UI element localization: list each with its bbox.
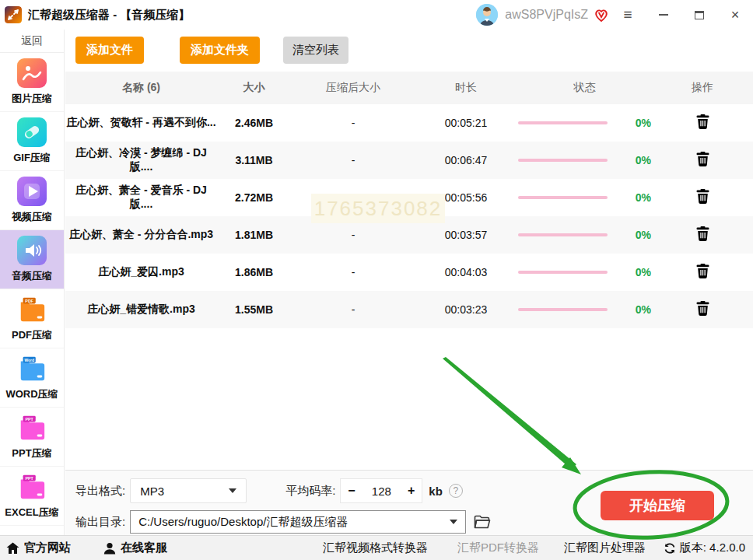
- output-dir-label: 输出目录:: [75, 515, 125, 530]
- menu-button[interactable]: ≡: [610, 0, 646, 30]
- image-processor-link[interactable]: 汇帮图片处理器: [564, 541, 646, 555]
- sidebar-item-pdf-compress[interactable]: PDF PDF压缩: [0, 289, 64, 348]
- pdf-converter-link[interactable]: 汇帮PDF转换器: [457, 541, 539, 555]
- settings-panel: 导出格式: MP3 平均码率: − 128 + kb ? 输出目录:: [65, 470, 753, 535]
- sidebar-item-label: 音频压缩: [12, 269, 52, 283]
- header-compressed-size: 压缩后大小: [291, 81, 415, 95]
- sidebar-item-excel-compress[interactable]: PPT EXCEL压缩: [0, 467, 64, 526]
- audio-compress-icon: [17, 236, 47, 265]
- status-cell: 0%: [517, 117, 653, 129]
- progress-percent: 0%: [636, 191, 651, 204]
- add-folder-button[interactable]: 添加文件夹: [180, 37, 260, 64]
- online-service-link[interactable]: 在线客服: [103, 541, 167, 555]
- file-duration: 00:06:47: [415, 154, 517, 166]
- sidebar-item-label: PPT压缩: [12, 446, 51, 460]
- status-cell: 0%: [517, 191, 653, 204]
- home-icon: [6, 542, 19, 555]
- word-compress-icon: Word: [17, 354, 47, 383]
- browse-folder-button[interactable]: [474, 515, 491, 529]
- status-cell: 0%: [517, 229, 653, 241]
- bitrate-label: 平均码率:: [285, 484, 335, 499]
- bitrate-minus-button[interactable]: −: [348, 484, 355, 498]
- table-row: 庄心妍_爱囚.mp3 1.86MB - 00:04:03 0%: [65, 254, 753, 291]
- folder-open-icon: [474, 515, 491, 529]
- sidebar-item-gif-compress[interactable]: GIF压缩: [0, 112, 64, 171]
- footer-bar: 官方网站 在线客服 汇帮视频格式转换器 汇帮PDF转换器 汇帮图片处理器 版本:…: [0, 535, 753, 560]
- trash-icon[interactable]: [696, 152, 709, 169]
- image-compress-icon: [17, 58, 47, 88]
- version-label: 版本: 4.2.0.0: [680, 541, 745, 555]
- title-bar: 汇帮超级压缩器 - 【音频压缩】 awS8PVjPqIsZ ≡: [0, 0, 753, 30]
- compressed-size: -: [291, 303, 415, 316]
- sidebar-item-label: EXCEL压缩: [5, 506, 58, 520]
- watermark: 1765373082: [311, 194, 445, 223]
- app-logo-icon: [5, 6, 22, 23]
- format-bitrate-row: 导出格式: MP3 平均码率: − 128 + kb ?: [75, 478, 463, 503]
- export-format-value: MP3: [140, 485, 164, 498]
- progress-percent: 0%: [636, 266, 651, 278]
- start-compress-button[interactable]: 开始压缩: [601, 491, 714, 520]
- output-dir-select[interactable]: [130, 510, 466, 534]
- clear-list-button[interactable]: 清空列表: [283, 37, 348, 64]
- online-service-label: 在线客服: [121, 541, 167, 555]
- trash-icon[interactable]: [696, 264, 709, 281]
- output-dir-row: 输出目录:: [75, 510, 491, 534]
- minimize-icon: [659, 14, 668, 16]
- refresh-icon[interactable]: [664, 542, 676, 555]
- gif-compress-icon: [17, 117, 47, 147]
- sidebar: 返回 图片压缩 GIF压缩 视频压缩: [0, 30, 65, 535]
- bitrate-value[interactable]: 128: [372, 485, 391, 498]
- sidebar-item-ppt-compress[interactable]: PPT PPT压缩: [0, 408, 64, 467]
- file-duration: 00:05:21: [415, 117, 517, 129]
- trash-icon[interactable]: [696, 189, 709, 206]
- maximize-button[interactable]: [681, 0, 717, 30]
- sidebar-item-audio-compress[interactable]: 音频压缩: [0, 230, 64, 289]
- progress-percent: 0%: [636, 154, 651, 166]
- bitrate-plus-button[interactable]: +: [408, 484, 415, 498]
- video-converter-link[interactable]: 汇帮视频格式转换器: [323, 541, 428, 555]
- official-site-link[interactable]: 官方网站: [6, 541, 71, 555]
- bitrate-stepper: − 128 +: [340, 478, 422, 503]
- status-cell: 0%: [517, 154, 653, 166]
- sidebar-item-word-compress[interactable]: Word WORD压缩: [0, 348, 64, 408]
- file-name: 庄心妍、冷漠 - 梦缠绵 - DJ版....: [65, 146, 217, 174]
- file-name: 庄心妍、萧全 - 分分合合.mp3: [65, 228, 217, 242]
- vip-badge-icon[interactable]: [593, 6, 610, 23]
- progress-bar: [518, 159, 608, 162]
- sidebar-item-label: 图片压缩: [12, 92, 52, 106]
- sidebar-item-image-compress[interactable]: 图片压缩: [0, 53, 64, 112]
- minimize-button[interactable]: [646, 0, 681, 30]
- avatar-person-icon: [476, 4, 498, 26]
- file-name: 庄心妍、贺敬轩 - 再遇不到你...: [65, 116, 217, 130]
- output-dir-input[interactable]: [138, 516, 450, 529]
- username-label: awS8PVjPqIsZ: [505, 8, 588, 22]
- sidebar-item-label: WORD压缩: [5, 387, 58, 401]
- back-button[interactable]: 返回: [0, 30, 64, 53]
- main-content: 添加文件 添加文件夹 清空列表 名称 (6) 大小 压缩后大小 时长 状态 操作…: [65, 30, 753, 535]
- compressed-size: -: [291, 154, 415, 166]
- svg-text:PPT: PPT: [26, 476, 34, 481]
- trash-icon[interactable]: [696, 226, 709, 243]
- sidebar-item-video-compress[interactable]: 视频压缩: [0, 171, 64, 230]
- compressed-size: -: [291, 266, 415, 278]
- progress-percent: 0%: [636, 303, 651, 316]
- file-duration: 00:03:57: [415, 229, 517, 241]
- table-row: 庄心妍、贺敬轩 - 再遇不到你... 2.46MB - 00:05:21 0%: [65, 104, 753, 142]
- video-compress-icon: [17, 177, 47, 206]
- close-button[interactable]: ×: [717, 0, 753, 30]
- svg-text:Word: Word: [24, 359, 34, 362]
- header-duration: 时长: [415, 81, 517, 95]
- trash-icon[interactable]: [696, 114, 709, 131]
- export-format-select[interactable]: MP3: [130, 478, 247, 503]
- user-avatar[interactable]: [476, 4, 498, 26]
- progress-bar: [518, 308, 608, 311]
- trash-icon[interactable]: [696, 301, 709, 318]
- person-icon: [103, 542, 116, 555]
- file-size: 2.46MB: [217, 117, 291, 129]
- progress-bar: [518, 271, 608, 274]
- help-icon[interactable]: ?: [449, 484, 463, 498]
- status-cell: 0%: [517, 266, 653, 278]
- table-row: 庄心妍_错爱情歌.mp3 1.55MB - 00:03:23 0%: [65, 291, 753, 328]
- add-file-button[interactable]: 添加文件: [75, 37, 144, 64]
- maximize-icon: [695, 11, 704, 19]
